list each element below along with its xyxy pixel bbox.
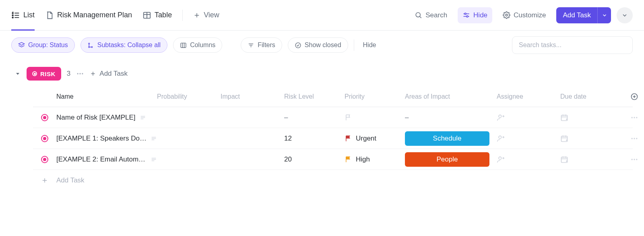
svg-point-65 — [632, 138, 633, 139]
list-icon — [11, 11, 20, 20]
group-status-badge[interactable]: RISK — [27, 67, 61, 81]
group-add-task-button[interactable]: Add Task — [90, 70, 128, 78]
search-tasks-input[interactable] — [512, 36, 633, 54]
check-circle-icon — [295, 42, 301, 49]
hide-button[interactable]: Hide — [458, 7, 492, 23]
row-more[interactable] — [622, 114, 644, 122]
assignee-add[interactable] — [497, 135, 560, 143]
svg-rect-22 — [181, 43, 186, 47]
search-label: Search — [425, 11, 447, 19]
col-priority[interactable]: Priority — [345, 93, 405, 100]
due-date-add[interactable] — [560, 114, 622, 122]
col-probability[interactable]: Probability — [157, 93, 221, 100]
svg-point-14 — [464, 13, 466, 14]
customize-button[interactable]: Customize — [498, 7, 551, 23]
status-icon[interactable] — [41, 156, 48, 163]
cell-risk-level[interactable]: 12 — [284, 135, 345, 143]
svg-point-81 — [634, 159, 635, 160]
tab-table-label: Table — [155, 11, 172, 19]
table-row[interactable]: [EXAMPLE 1: Speakers Don't Show Up] 12 U… — [33, 128, 633, 149]
cell-risk-level[interactable]: – — [284, 114, 345, 122]
svg-point-5 — [12, 17, 13, 18]
filter-icon — [248, 42, 254, 49]
row-more[interactable] — [622, 135, 644, 143]
assignee-add[interactable] — [497, 155, 560, 164]
col-assignee[interactable]: Assignee — [497, 93, 560, 100]
due-date-add[interactable] — [560, 155, 622, 164]
show-closed-label: Show closed — [305, 41, 341, 49]
show-closed-pill[interactable]: Show closed — [288, 37, 348, 53]
description-icon[interactable] — [140, 114, 146, 121]
svg-point-3 — [12, 12, 13, 14]
col-name[interactable]: Name — [56, 93, 157, 100]
description-icon[interactable] — [151, 156, 157, 163]
columns-pill[interactable]: Columns — [173, 37, 222, 53]
plus-icon — [33, 177, 56, 184]
group-more-icon[interactable] — [76, 70, 84, 78]
svg-point-50 — [632, 117, 633, 118]
status-icon[interactable] — [41, 114, 48, 121]
col-due-date[interactable]: Due date — [560, 93, 622, 100]
svg-point-71 — [499, 157, 502, 159]
row-more[interactable] — [622, 155, 644, 164]
svg-point-19 — [89, 43, 90, 44]
status-circle-icon — [32, 71, 37, 76]
svg-point-4 — [12, 14, 13, 16]
table-row[interactable]: Name of Risk [EXAMPLE] – – — [33, 107, 633, 128]
add-task-row[interactable]: Add Task — [33, 170, 633, 191]
filters-label: Filters — [258, 41, 275, 49]
chevron-down-icon — [621, 12, 628, 19]
group-task-count: 3 — [67, 70, 70, 78]
cell-aoi[interactable]: Schedule — [405, 131, 497, 146]
svg-point-51 — [634, 117, 635, 118]
tab-risk-plan[interactable]: Risk Management Plan — [45, 0, 132, 30]
tab-list[interactable]: List — [11, 0, 35, 30]
add-view-button[interactable]: View — [193, 0, 219, 30]
svg-point-41 — [499, 115, 502, 118]
cell-priority[interactable] — [345, 114, 405, 121]
filters-pill[interactable]: Filters — [241, 37, 282, 53]
collapse-group-caret[interactable] — [14, 70, 21, 77]
group-by-pill[interactable]: Group: Status — [11, 37, 75, 53]
col-areas-of-impact[interactable]: Areas of Impact — [405, 93, 497, 100]
cell-aoi[interactable]: People — [405, 152, 497, 167]
search-button[interactable]: Search — [410, 7, 452, 23]
cell-priority[interactable]: Urgent — [345, 135, 405, 143]
assignee-add[interactable] — [497, 114, 560, 122]
add-task-label: Add Task — [556, 7, 597, 23]
sliders-icon — [462, 11, 470, 19]
col-impact[interactable]: Impact — [221, 93, 284, 100]
subtasks-pill[interactable]: Subtasks: Collapse all — [80, 37, 167, 53]
cell-priority[interactable]: High — [345, 155, 405, 164]
svg-line-12 — [420, 17, 421, 18]
svg-point-28 — [295, 43, 301, 48]
svg-point-17 — [506, 14, 508, 16]
columns-label: Columns — [190, 41, 215, 49]
hide-label: Hide — [473, 11, 487, 19]
document-icon — [45, 11, 54, 20]
due-date-add[interactable] — [560, 135, 622, 143]
task-name[interactable]: Name of Risk [EXAMPLE] — [56, 114, 136, 122]
group-status-label: RISK — [40, 70, 56, 77]
tab-risk-plan-label: Risk Management Plan — [57, 11, 132, 19]
filter-hide-button[interactable]: Hide — [360, 41, 380, 49]
col-risk-level[interactable]: Risk Level — [284, 93, 345, 100]
flag-icon — [345, 135, 352, 142]
svg-point-20 — [89, 46, 90, 48]
status-icon[interactable] — [41, 135, 48, 142]
add-task-button[interactable]: Add Task — [556, 7, 611, 23]
filter-hide-label: Hide — [363, 41, 376, 48]
more-menu-button[interactable] — [617, 7, 633, 23]
add-task-dropdown[interactable] — [597, 7, 611, 23]
add-column-button[interactable] — [622, 93, 644, 101]
task-name[interactable]: [EXAMPLE 1: Speakers Don't Show Up] — [56, 135, 147, 143]
description-icon[interactable] — [151, 135, 157, 142]
plus-icon — [193, 12, 200, 19]
table-row[interactable]: [EXAMPLE 2: Email Automation (Email ... … — [33, 149, 633, 170]
tab-table[interactable]: Table — [142, 0, 172, 30]
add-task-row-label: Add Task — [56, 176, 157, 184]
cell-aoi[interactable]: – — [405, 114, 497, 122]
task-name[interactable]: [EXAMPLE 2: Email Automation (Email ... — [56, 155, 147, 164]
svg-point-52 — [636, 117, 637, 118]
cell-risk-level[interactable]: 20 — [284, 155, 345, 164]
